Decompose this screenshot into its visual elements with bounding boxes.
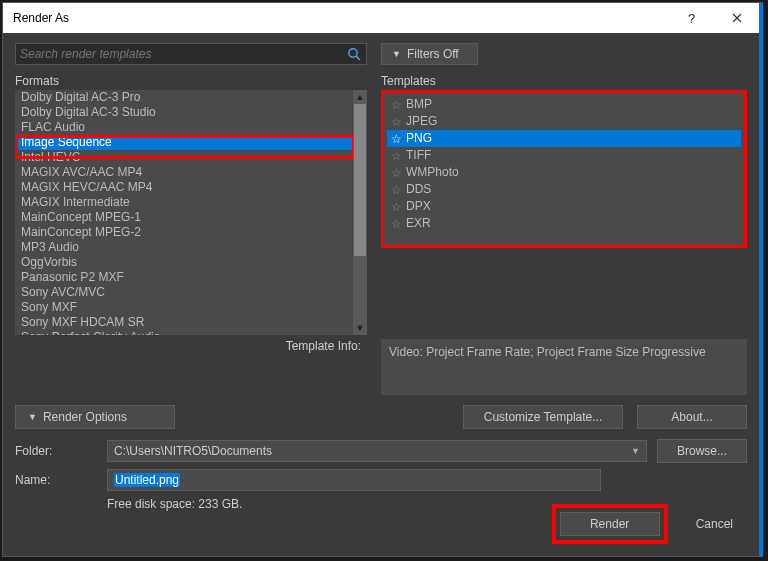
format-item[interactable]: MainConcept MPEG-2	[15, 225, 353, 240]
format-item[interactable]: FLAC Audio	[15, 120, 353, 135]
favorite-star-icon[interactable]: ☆	[391, 133, 402, 145]
template-item[interactable]: ☆DDS	[387, 181, 741, 198]
chevron-down-icon: ▼	[631, 446, 640, 456]
scroll-up-icon[interactable]: ▲	[353, 90, 367, 104]
format-item[interactable]: Intel HEVC	[15, 150, 353, 165]
cancel-button[interactable]: Cancel	[688, 517, 741, 531]
filters-label: Filters Off	[407, 47, 459, 61]
folder-label: Folder:	[15, 444, 97, 458]
format-item[interactable]: Dolby Digital AC-3 Studio	[15, 105, 353, 120]
format-item[interactable]: MAGIX HEVC/AAC MP4	[15, 180, 353, 195]
template-item[interactable]: ☆PNG	[387, 130, 741, 147]
format-item[interactable]: MP3 Audio	[15, 240, 353, 255]
format-item[interactable]: Sony MXF	[15, 300, 353, 315]
format-item[interactable]: MAGIX AVC/AAC MP4	[15, 165, 353, 180]
template-item-label: PNG	[406, 130, 432, 147]
favorite-star-icon[interactable]: ☆	[391, 116, 402, 128]
format-item[interactable]: Dolby Digital AC-3 Pro	[15, 90, 353, 105]
render-options-button[interactable]: ▼ Render Options	[15, 405, 175, 429]
filters-toggle[interactable]: ▼ Filters Off	[381, 43, 478, 65]
template-item-label: TIFF	[406, 147, 431, 164]
name-label: Name:	[15, 473, 97, 487]
window-title: Render As	[13, 11, 69, 25]
template-item[interactable]: ☆DPX	[387, 198, 741, 215]
favorite-star-icon[interactable]: ☆	[391, 184, 402, 196]
highlight-render-annotation: Render	[552, 504, 668, 544]
scroll-down-icon[interactable]: ▼	[353, 321, 367, 335]
format-item[interactable]: Sony AVC/MVC	[15, 285, 353, 300]
svg-line-1	[356, 56, 360, 60]
format-item[interactable]: Sony Perfect Clarity Audio	[15, 330, 353, 335]
search-input[interactable]	[20, 47, 346, 61]
favorite-star-icon[interactable]: ☆	[391, 201, 402, 213]
render-as-dialog: Render As ? ▼ Filters Off Formats D	[2, 2, 763, 557]
template-item-label: JPEG	[406, 113, 437, 130]
formats-label: Formats	[15, 74, 367, 88]
template-item-label: DDS	[406, 181, 431, 198]
favorite-star-icon[interactable]: ☆	[391, 167, 402, 179]
favorite-star-icon[interactable]: ☆	[391, 99, 402, 111]
favorite-star-icon[interactable]: ☆	[391, 150, 402, 162]
name-value: Untitled.png	[114, 473, 180, 487]
titlebar: Render As ?	[3, 3, 759, 33]
formats-list[interactable]: Dolby Digital AC-3 ProDolby Digital AC-3…	[15, 90, 367, 335]
search-icon[interactable]	[346, 46, 362, 62]
format-item[interactable]: MainConcept MPEG-1	[15, 210, 353, 225]
chevron-down-icon: ▼	[392, 49, 401, 59]
format-item[interactable]: Sony MXF HDCAM SR	[15, 315, 353, 330]
customize-template-button[interactable]: Customize Template...	[463, 405, 623, 429]
folder-combo[interactable]: C:\Users\NITRO5\Documents ▼	[107, 440, 647, 462]
template-info-label: Template Info:	[15, 339, 367, 353]
template-item-label: WMPhoto	[406, 164, 459, 181]
template-item[interactable]: ☆BMP	[387, 96, 741, 113]
templates-list[interactable]: ☆BMP☆JPEG☆PNG☆TIFF☆WMPhoto☆DDS☆DPX☆EXR	[381, 90, 747, 248]
folder-value: C:\Users\NITRO5\Documents	[114, 444, 272, 458]
chevron-down-icon: ▼	[28, 412, 37, 422]
template-item[interactable]: ☆WMPhoto	[387, 164, 741, 181]
search-field-wrap	[15, 43, 367, 65]
name-input[interactable]: Untitled.png	[107, 469, 601, 491]
template-item-label: DPX	[406, 198, 431, 215]
template-item[interactable]: ☆EXR	[387, 215, 741, 232]
template-item[interactable]: ☆TIFF	[387, 147, 741, 164]
close-icon	[732, 13, 742, 23]
template-info-text: Video: Project Frame Rate; Project Frame…	[381, 339, 747, 395]
formats-scrollbar[interactable]: ▲ ▼	[353, 90, 367, 335]
help-button[interactable]: ?	[669, 3, 714, 33]
close-button[interactable]	[714, 3, 759, 33]
about-button[interactable]: About...	[637, 405, 747, 429]
template-item-label: EXR	[406, 215, 431, 232]
template-item[interactable]: ☆JPEG	[387, 113, 741, 130]
templates-label: Templates	[381, 74, 747, 88]
svg-point-0	[349, 49, 357, 57]
template-item-label: BMP	[406, 96, 432, 113]
format-item[interactable]: Image Sequence	[15, 135, 353, 150]
favorite-star-icon[interactable]: ☆	[391, 218, 402, 230]
format-item[interactable]: OggVorbis	[15, 255, 353, 270]
browse-button[interactable]: Browse...	[657, 439, 747, 463]
render-button[interactable]: Render	[560, 512, 660, 536]
format-item[interactable]: MAGIX Intermediate	[15, 195, 353, 210]
format-item[interactable]: Panasonic P2 MXF	[15, 270, 353, 285]
